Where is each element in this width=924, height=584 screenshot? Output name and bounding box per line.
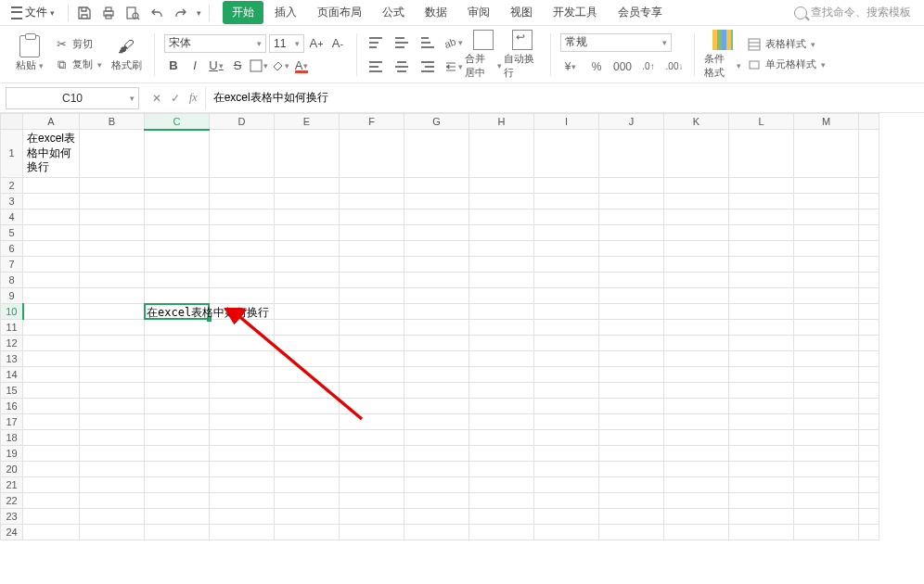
cell[interactable] bbox=[469, 287, 534, 303]
row-header[interactable]: 4 bbox=[1, 209, 23, 224]
cell[interactable] bbox=[80, 272, 145, 287]
row-header[interactable]: 14 bbox=[1, 366, 23, 382]
cell[interactable] bbox=[729, 193, 794, 209]
cell[interactable] bbox=[23, 366, 80, 382]
cell[interactable] bbox=[340, 209, 404, 224]
cell[interactable] bbox=[340, 193, 404, 209]
cell[interactable] bbox=[729, 335, 794, 350]
cell[interactable] bbox=[210, 350, 275, 366]
cell[interactable] bbox=[534, 461, 599, 476]
select-all-corner[interactable] bbox=[1, 114, 23, 130]
cell[interactable] bbox=[599, 461, 664, 476]
cell[interactable] bbox=[664, 303, 729, 319]
cell[interactable] bbox=[275, 272, 340, 287]
merge-center-button[interactable]: 合并居中▾ bbox=[465, 30, 502, 80]
command-search[interactable]: 查找命令、搜索模板 bbox=[794, 5, 918, 20]
align-bottom-button[interactable] bbox=[418, 33, 437, 52]
row-header[interactable]: 20 bbox=[1, 461, 23, 476]
cell[interactable] bbox=[859, 177, 879, 193]
cell[interactable] bbox=[469, 461, 534, 476]
column-header[interactable]: E bbox=[275, 114, 340, 130]
cell[interactable] bbox=[210, 398, 275, 413]
cell[interactable] bbox=[469, 492, 534, 508]
cell[interactable] bbox=[534, 209, 599, 224]
cancel-formula-button[interactable]: ✕ bbox=[152, 92, 161, 105]
column-header[interactable]: D bbox=[210, 114, 275, 130]
cell[interactable] bbox=[404, 413, 469, 429]
cell[interactable] bbox=[534, 335, 599, 350]
cell[interactable] bbox=[534, 303, 599, 319]
cell[interactable] bbox=[404, 272, 469, 287]
row-header[interactable]: 15 bbox=[1, 382, 23, 398]
number-format-select[interactable]: 常规 ▾ bbox=[560, 33, 672, 52]
tab-vip[interactable]: 会员专享 bbox=[609, 1, 672, 24]
cell[interactable] bbox=[469, 382, 534, 398]
cell[interactable] bbox=[664, 256, 729, 272]
cell[interactable] bbox=[23, 476, 80, 492]
cell[interactable] bbox=[275, 287, 340, 303]
cell[interactable] bbox=[145, 240, 210, 256]
cell[interactable] bbox=[859, 256, 879, 272]
cell[interactable] bbox=[794, 413, 859, 429]
tab-page-layout[interactable]: 页面布局 bbox=[308, 1, 371, 24]
cell[interactable] bbox=[859, 382, 879, 398]
cell[interactable] bbox=[23, 335, 80, 350]
cell[interactable] bbox=[534, 272, 599, 287]
cell[interactable] bbox=[275, 130, 340, 178]
row-header[interactable]: 23 bbox=[1, 508, 23, 524]
cell[interactable] bbox=[210, 413, 275, 429]
cell[interactable] bbox=[859, 366, 879, 382]
cell[interactable] bbox=[664, 445, 729, 461]
cell[interactable] bbox=[664, 366, 729, 382]
cell[interactable] bbox=[80, 256, 145, 272]
cell[interactable] bbox=[664, 287, 729, 303]
cell[interactable] bbox=[664, 413, 729, 429]
cell[interactable] bbox=[210, 193, 275, 209]
cell[interactable] bbox=[664, 209, 729, 224]
font-color-button[interactable]: A▾ bbox=[292, 57, 311, 75]
cell[interactable] bbox=[469, 335, 534, 350]
cell[interactable] bbox=[729, 445, 794, 461]
cell[interactable] bbox=[340, 461, 404, 476]
cell[interactable] bbox=[340, 524, 404, 540]
cell[interactable] bbox=[210, 382, 275, 398]
column-header[interactable]: F bbox=[340, 114, 404, 130]
cell[interactable] bbox=[340, 398, 404, 413]
cell[interactable] bbox=[210, 445, 275, 461]
cell[interactable] bbox=[275, 476, 340, 492]
cell[interactable] bbox=[145, 256, 210, 272]
cell[interactable] bbox=[599, 256, 664, 272]
cell[interactable] bbox=[340, 366, 404, 382]
cell[interactable] bbox=[794, 272, 859, 287]
cell[interactable] bbox=[80, 319, 145, 335]
cell[interactable] bbox=[275, 193, 340, 209]
cell[interactable] bbox=[404, 303, 469, 319]
cell[interactable] bbox=[794, 303, 859, 319]
save-icon[interactable] bbox=[76, 5, 93, 21]
cell[interactable] bbox=[80, 177, 145, 193]
cell[interactable] bbox=[534, 382, 599, 398]
cell[interactable] bbox=[145, 413, 210, 429]
cell[interactable] bbox=[210, 319, 275, 335]
cell[interactable] bbox=[859, 319, 879, 335]
cell[interactable] bbox=[275, 224, 340, 240]
cell[interactable] bbox=[145, 209, 210, 224]
cell[interactable] bbox=[599, 476, 664, 492]
cell[interactable] bbox=[859, 240, 879, 256]
paste-button[interactable]: 粘贴▾ bbox=[11, 30, 48, 80]
cell[interactable] bbox=[859, 130, 879, 178]
cell[interactable] bbox=[664, 224, 729, 240]
cell[interactable] bbox=[729, 492, 794, 508]
row-header[interactable]: 18 bbox=[1, 429, 23, 445]
column-header[interactable]: H bbox=[469, 114, 534, 130]
cell[interactable] bbox=[80, 445, 145, 461]
cell[interactable] bbox=[469, 350, 534, 366]
cell[interactable] bbox=[794, 240, 859, 256]
cell[interactable] bbox=[664, 335, 729, 350]
cell[interactable] bbox=[859, 287, 879, 303]
row-header[interactable]: 13 bbox=[1, 350, 23, 366]
cell[interactable] bbox=[23, 413, 80, 429]
qat-customize-dropdown[interactable]: ▾ bbox=[197, 8, 201, 18]
cell[interactable] bbox=[794, 224, 859, 240]
formula-bar[interactable]: 在excel表格中如何换行 bbox=[205, 87, 924, 109]
